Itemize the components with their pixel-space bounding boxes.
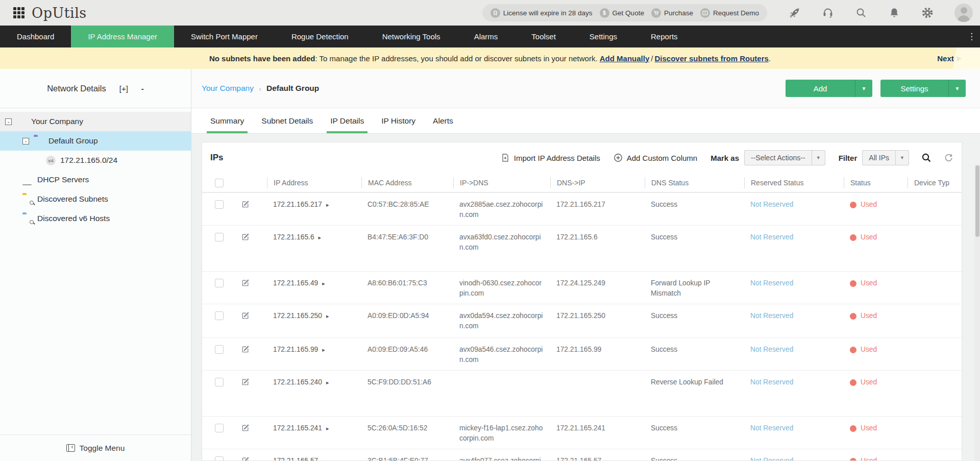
- row-checkbox[interactable]: [215, 200, 224, 209]
- edit-icon[interactable]: [241, 423, 250, 432]
- row-checkbox[interactable]: [215, 233, 224, 241]
- expand-all-button[interactable]: [+]: [119, 84, 128, 93]
- collapse-toggle-icon[interactable]: -: [5, 118, 12, 125]
- select-all-checkbox[interactable]: [215, 179, 224, 187]
- import-ip-details-button[interactable]: Import IP Address Details: [501, 153, 600, 162]
- vertical-scrollbar[interactable]: [974, 164, 980, 461]
- expand-row-icon[interactable]: ▸: [326, 311, 329, 321]
- expand-row-icon[interactable]: ▸: [326, 377, 329, 387]
- search-icon[interactable]: [855, 7, 867, 19]
- scrollbar-thumb[interactable]: [975, 165, 979, 237]
- col-header-ip-dns[interactable]: IP->DNS: [453, 177, 550, 188]
- edit-icon[interactable]: [241, 232, 250, 241]
- settings-button[interactable]: Settings ▼: [880, 80, 966, 97]
- col-header-status[interactable]: Status: [844, 177, 908, 188]
- expand-row-icon[interactable]: ▸: [326, 423, 329, 433]
- col-header-mac[interactable]: MAC Address: [361, 177, 453, 188]
- nav-overflow-kebab-icon[interactable]: ⋮: [967, 26, 976, 47]
- nav-switch-port-mapper[interactable]: Switch Port Mapper: [174, 26, 275, 47]
- edit-icon[interactable]: [241, 345, 250, 353]
- status-value: Used: [861, 311, 877, 321]
- expand-row-icon[interactable]: ▸: [326, 200, 329, 210]
- nav-toolset[interactable]: Toolset: [514, 26, 573, 47]
- support-headset-icon[interactable]: [822, 7, 834, 19]
- nav-alarms[interactable]: Alarms: [457, 26, 515, 47]
- purchase-button[interactable]: Purchase: [651, 8, 693, 18]
- add-custom-column-button[interactable]: Add Custom Column: [614, 153, 697, 162]
- refresh-icon[interactable]: [944, 153, 953, 163]
- collapse-all-button[interactable]: -: [141, 84, 144, 93]
- reserved-status-link[interactable]: Not Reserved: [750, 457, 793, 460]
- tree-item-discovered-subnets[interactable]: Discovered Subnets: [0, 189, 191, 209]
- edit-icon[interactable]: [241, 377, 250, 386]
- add-button[interactable]: Add ▼: [786, 80, 872, 97]
- edit-icon[interactable]: [241, 278, 250, 287]
- edit-icon[interactable]: [241, 311, 250, 320]
- tree-item-discovered-v6-hosts[interactable]: Discovered v6 Hosts: [0, 209, 191, 228]
- col-header-ip[interactable]: IP Address: [267, 177, 361, 188]
- row-checkbox[interactable]: [215, 311, 224, 320]
- settings-dropdown-caret-icon[interactable]: ▼: [948, 80, 966, 97]
- collapse-toggle-icon[interactable]: -: [22, 138, 29, 144]
- app-grid-icon[interactable]: [13, 7, 24, 18]
- col-header-device-type[interactable]: Device Typ: [908, 177, 962, 188]
- edit-icon[interactable]: [241, 456, 250, 460]
- row-checkbox[interactable]: [215, 424, 224, 432]
- get-quote-button[interactable]: $ Get Quote: [600, 8, 644, 18]
- notifications-bell-icon[interactable]: [888, 7, 900, 19]
- nav-settings[interactable]: Settings: [573, 26, 634, 47]
- nav-dashboard[interactable]: Dashboard: [0, 26, 71, 47]
- add-manually-link[interactable]: Add Manually: [600, 54, 650, 63]
- ip-to-dns-value: avx2885ae.csez.zohocorpin.com: [453, 193, 550, 225]
- tree-item-default-group[interactable]: - Default Group: [0, 131, 191, 151]
- dropdown-caret-icon[interactable]: ▼: [895, 151, 909, 165]
- expand-row-icon[interactable]: ▸: [322, 456, 325, 460]
- expand-row-icon[interactable]: ▸: [322, 345, 325, 355]
- tab-ip-details[interactable]: IP Details: [322, 108, 373, 133]
- whats-new-rocket-icon[interactable]: [789, 7, 801, 19]
- next-button[interactable]: Next▶: [937, 54, 962, 63]
- breadcrumb-parent-link[interactable]: Your Company: [202, 84, 254, 93]
- user-avatar[interactable]: [954, 4, 973, 22]
- table-search-icon[interactable]: [921, 153, 932, 163]
- row-checkbox[interactable]: [215, 378, 224, 386]
- nav-networking-tools[interactable]: Networking Tools: [365, 26, 457, 47]
- dns-to-ip-value: 172.21.165.6: [550, 226, 645, 248]
- tab-alerts[interactable]: Alerts: [424, 108, 462, 133]
- reserved-status-link[interactable]: Not Reserved: [750, 279, 793, 287]
- add-dropdown-caret-icon[interactable]: ▼: [855, 80, 872, 97]
- nav-ip-address-manager[interactable]: IP Address Manager: [71, 26, 174, 47]
- reserved-status-link[interactable]: Not Reserved: [750, 233, 793, 241]
- col-header-reserved-status[interactable]: Reserved Status: [744, 177, 844, 188]
- nav-reports[interactable]: Reports: [634, 26, 695, 47]
- edit-icon[interactable]: [241, 200, 250, 208]
- tab-subnet-details[interactable]: Subnet Details: [253, 108, 322, 133]
- tree-item-dhcp-servers[interactable]: DHCP Servers: [0, 170, 191, 189]
- col-header-dns-ip[interactable]: DNS->IP: [550, 177, 645, 188]
- license-expiry[interactable]: License will expire in 28 days: [491, 8, 593, 18]
- dropdown-caret-icon[interactable]: ▼: [812, 151, 825, 165]
- nav-rogue-detection[interactable]: Rogue Detection: [275, 26, 365, 47]
- tree-item-your-company[interactable]: - Your Company: [0, 112, 191, 131]
- tab-ip-history[interactable]: IP History: [373, 108, 424, 133]
- expand-row-icon[interactable]: ▸: [318, 232, 322, 242]
- request-demo-button[interactable]: Request Demo: [700, 8, 759, 18]
- expand-row-icon[interactable]: ▸: [322, 278, 325, 288]
- tree-item-subnet[interactable]: v4 172.21.165.0/24: [0, 151, 191, 170]
- toggle-menu-button[interactable]: Toggle Menu: [0, 434, 191, 461]
- discover-subnets-link[interactable]: Discover subnets from Routers: [654, 54, 768, 63]
- select-actions-dropdown[interactable]: --Select Actions-- ▼: [744, 150, 825, 165]
- row-checkbox[interactable]: [215, 279, 224, 287]
- col-header-dns-status[interactable]: DNS Status: [645, 177, 744, 188]
- reserved-status-link[interactable]: Not Reserved: [750, 424, 793, 432]
- row-checkbox[interactable]: [215, 456, 224, 460]
- tab-summary[interactable]: Summary: [202, 108, 253, 133]
- reserved-status-link[interactable]: Not Reserved: [750, 312, 793, 320]
- row-checkbox[interactable]: [215, 345, 224, 354]
- dns-status-value: Success: [645, 193, 744, 215]
- ip-filter-dropdown[interactable]: All IPs ▼: [862, 150, 909, 165]
- settings-gear-icon[interactable]: [921, 7, 934, 19]
- reserved-status-link[interactable]: Not Reserved: [750, 346, 793, 353]
- reserved-status-link[interactable]: Not Reserved: [750, 201, 793, 208]
- reserved-status-link[interactable]: Not Reserved: [750, 378, 793, 386]
